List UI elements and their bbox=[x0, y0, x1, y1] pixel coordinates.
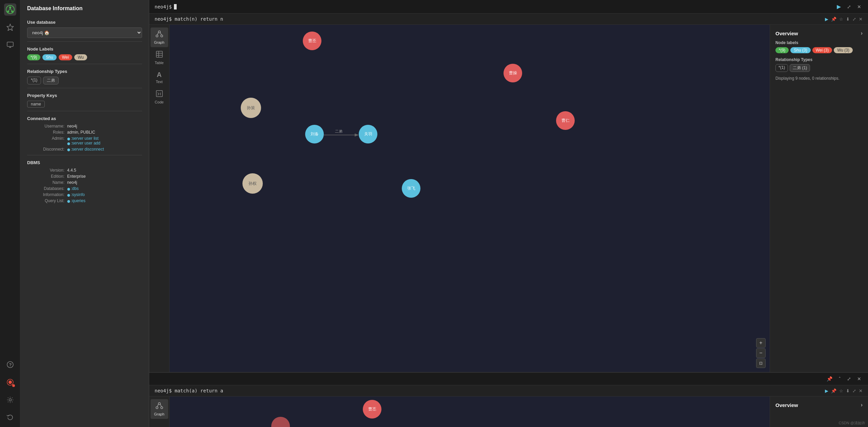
collapse-button-2[interactable]: ˄ bbox=[837, 375, 842, 382]
table-tab-icon bbox=[156, 51, 163, 60]
zoom-out-button[interactable]: − bbox=[756, 348, 766, 358]
sidebar-icons: ? bbox=[0, 0, 20, 427]
query-close-button-2[interactable]: ✕ bbox=[859, 388, 863, 393]
terminal-actions: ▶ ⤢ ✕ bbox=[835, 3, 863, 11]
tab-table-1[interactable]: Table bbox=[151, 48, 168, 67]
ov-tag-rel2[interactable]: 二弟 (1) bbox=[790, 64, 810, 72]
terminal-close-button[interactable]: ✕ bbox=[856, 3, 863, 11]
tab-graph-label-1: Graph bbox=[154, 40, 164, 44]
view-tabs-2: Graph bbox=[149, 396, 170, 427]
favorites-icon[interactable] bbox=[4, 21, 16, 33]
zoom-in-button[interactable]: + bbox=[756, 338, 766, 348]
pin-button-2[interactable]: 📌 bbox=[825, 375, 834, 382]
node-sun-ce[interactable]: 孙策 bbox=[241, 98, 261, 118]
ov-tag-wu[interactable]: Wu (3) bbox=[834, 47, 853, 53]
query-expand-button-2[interactable]: ⤢ bbox=[852, 388, 856, 393]
roles-value: admin, PUBLIC bbox=[67, 130, 142, 135]
maximize-button-2[interactable]: ⤢ bbox=[846, 375, 852, 382]
server-user-list-link[interactable]: :server user list bbox=[67, 136, 99, 141]
query-list-label: Query List: bbox=[27, 198, 64, 203]
node-liu-bei[interactable]: 刘备 bbox=[305, 125, 324, 143]
svg-point-1 bbox=[9, 6, 11, 8]
query-download-button-1[interactable]: ⬇ bbox=[846, 17, 850, 22]
query-star-button-2[interactable]: ☆ bbox=[839, 388, 843, 393]
ov-tag-all[interactable]: *(9) bbox=[775, 47, 789, 53]
overview-chevron-1[interactable]: › bbox=[861, 30, 863, 36]
query-star-button-1[interactable]: ☆ bbox=[839, 17, 843, 22]
update-icon[interactable] bbox=[4, 411, 16, 424]
graph-tab-icon-2 bbox=[156, 402, 163, 411]
help-icon[interactable]: ? bbox=[4, 358, 16, 371]
roles-label: Roles: bbox=[27, 130, 64, 135]
ov-tag-rel-all[interactable]: *(1) bbox=[775, 64, 788, 72]
neo4j-logo-icon[interactable] bbox=[4, 3, 16, 16]
error-icon[interactable] bbox=[4, 376, 16, 388]
settings-icon[interactable] bbox=[4, 394, 16, 406]
tab-graph-2[interactable]: Graph bbox=[151, 399, 168, 419]
svg-line-5 bbox=[10, 8, 12, 11]
node-zhang-fei[interactable]: 张飞 bbox=[402, 179, 420, 198]
database-select[interactable]: neo4j 🏠 bbox=[27, 27, 142, 38]
terminal-play-button[interactable]: ▶ bbox=[835, 3, 842, 11]
overview-chevron-2[interactable]: › bbox=[861, 402, 863, 408]
disconnect-link[interactable]: :server disconnect bbox=[67, 147, 142, 152]
dbms-info: Version: 4.4.5 Edition: Enterprise Name:… bbox=[27, 168, 142, 203]
disconnect-label: Disconnect: bbox=[27, 147, 64, 152]
query-pin-button-1[interactable]: 📌 bbox=[831, 17, 836, 22]
node-cao-pi-2[interactable]: 曹丕 bbox=[363, 400, 381, 419]
server-user-add-link[interactable]: :server user add bbox=[67, 141, 100, 145]
svg-rect-24 bbox=[156, 91, 162, 97]
tag-shu[interactable]: Shu bbox=[42, 54, 56, 60]
query-panel-1: neo4j$ match(n) return n ▶ 📌 ☆ ⬇ ⤢ ✕ bbox=[149, 14, 868, 373]
information-link[interactable]: :sysinfo bbox=[67, 192, 142, 197]
query-pin-button-2[interactable]: 📌 bbox=[831, 388, 836, 393]
graph-canvas-1: 二弟 曹丕 曹操 孙策 曹仁 刘备 关羽 孙权 张飞 bbox=[170, 25, 770, 372]
svg-line-34 bbox=[160, 404, 161, 407]
terminal-bar: neo4j$ ▶ ⤢ ✕ bbox=[149, 0, 868, 14]
ov-node-tags: *(9) Shu (3) Wei (3) Wu (3) bbox=[775, 47, 863, 53]
query-download-button-2[interactable]: ⬇ bbox=[846, 388, 850, 393]
tag-rel-all[interactable]: *(1) bbox=[27, 77, 41, 84]
dbms-title: DBMS bbox=[27, 160, 142, 165]
watermark: CSDN @清如许 bbox=[839, 421, 865, 426]
terminal-actions-2: 📌 ˄ ⤢ ✕ bbox=[825, 375, 863, 382]
graph-edges-svg: 二弟 bbox=[170, 25, 770, 372]
ov-rel-types-title: Relationship Types bbox=[775, 57, 863, 62]
ov-tag-shu[interactable]: Shu (3) bbox=[790, 47, 810, 53]
query-close-button-1[interactable]: ✕ bbox=[859, 17, 863, 22]
svg-text:?: ? bbox=[9, 362, 12, 367]
svg-point-15 bbox=[158, 31, 160, 33]
node-partial-bottom[interactable] bbox=[271, 417, 290, 427]
query-expand-button-1[interactable]: ⤢ bbox=[852, 17, 856, 22]
node-guan-yu[interactable]: 关羽 bbox=[359, 125, 377, 143]
admin-label: Admin: bbox=[27, 136, 64, 145]
query-header-actions-1: ▶ 📌 ☆ ⬇ ⤢ ✕ bbox=[825, 17, 863, 22]
tag-wu[interactable]: Wu bbox=[74, 54, 87, 60]
tab-code-1[interactable]: Code bbox=[151, 87, 168, 107]
tab-text-1[interactable]: A Text bbox=[151, 68, 168, 86]
node-cao-ren[interactable]: 曹仁 bbox=[556, 111, 575, 130]
tab-graph-1[interactable]: Graph bbox=[151, 27, 168, 47]
zoom-fit-button[interactable]: ⊡ bbox=[756, 358, 766, 368]
databases-link[interactable]: :dbs bbox=[67, 186, 142, 191]
query-run-button-2[interactable]: ▶ bbox=[825, 388, 828, 393]
graph-area-1: Graph Table A Text bbox=[149, 25, 868, 372]
admin-links: :server user list :server user add bbox=[67, 136, 142, 145]
tag-all[interactable]: *(9) bbox=[27, 54, 40, 60]
tag-wei[interactable]: Wei bbox=[59, 54, 72, 60]
node-sun-quan[interactable]: 孙权 bbox=[242, 173, 263, 194]
tag-rel2[interactable]: 二弟 bbox=[43, 77, 59, 84]
property-keys-title: Property Keys bbox=[27, 93, 142, 98]
svg-line-25 bbox=[158, 93, 159, 94]
query-run-button-1[interactable]: ▶ bbox=[825, 17, 828, 22]
node-cao-cao[interactable]: 曹操 bbox=[504, 64, 522, 82]
edition-value: Enterprise bbox=[67, 174, 142, 179]
close-button-2[interactable]: ✕ bbox=[856, 375, 863, 382]
terminal-maximize-button[interactable]: ⤢ bbox=[846, 3, 852, 11]
query-list-link[interactable]: :queries bbox=[67, 198, 142, 203]
ov-tag-wei[interactable]: Wei (3) bbox=[812, 47, 832, 53]
prop-key-name[interactable]: name bbox=[27, 101, 45, 108]
svg-point-30 bbox=[158, 403, 160, 405]
node-cao-pi[interactable]: 曹丕 bbox=[303, 32, 321, 50]
monitor-icon[interactable] bbox=[4, 39, 16, 51]
